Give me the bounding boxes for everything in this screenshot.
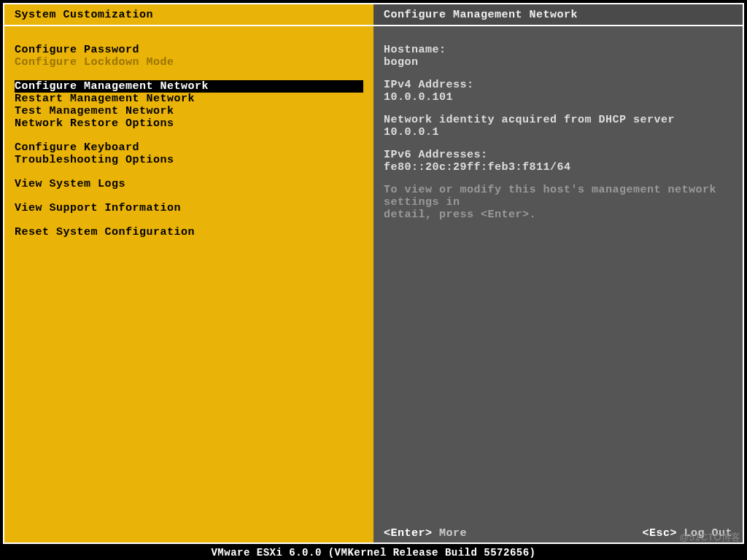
dhcp-message: Network identity acquired from DHCP serv… bbox=[384, 114, 732, 139]
details-panel: Hostname: bogon IPv4 Address: 10.0.0.101… bbox=[374, 26, 743, 525]
left-panel-header: System Customization bbox=[4, 4, 374, 26]
menu-configure-management-network[interactable]: Configure Management Network bbox=[15, 80, 363, 93]
enter-action: More bbox=[433, 527, 468, 540]
menu-network-restore-options[interactable]: Network Restore Options bbox=[15, 117, 363, 130]
esc-key-label: <Esc> bbox=[642, 527, 677, 540]
ipv6-label: IPv6 Addresses: bbox=[384, 149, 732, 161]
hint-line-1: To view or modify this host's management… bbox=[384, 184, 732, 209]
hint-line-2: detail, press <Enter>. bbox=[384, 209, 732, 221]
right-panel-header: Configure Management Network bbox=[374, 4, 743, 26]
footer-left bbox=[4, 525, 374, 542]
menu-configure-lockdown-mode: Configure Lockdown Mode bbox=[15, 56, 363, 69]
ipv6-value: fe80::20c:29ff:feb3:f811/64 bbox=[384, 161, 732, 174]
watermark: @51CTO博客 bbox=[679, 531, 741, 544]
enter-hint[interactable]: <Enter> More bbox=[384, 525, 467, 542]
menu-restart-management-network[interactable]: Restart Management Network bbox=[15, 93, 363, 105]
menu-view-support-information[interactable]: View Support Information bbox=[15, 202, 363, 214]
menu-troubleshooting-options[interactable]: Troubleshooting Options bbox=[15, 154, 363, 166]
ipv4-value: 10.0.0.101 bbox=[384, 91, 732, 104]
menu-configure-keyboard[interactable]: Configure Keyboard bbox=[15, 141, 363, 154]
menu-test-management-network[interactable]: Test Management Network bbox=[15, 105, 363, 117]
status-bar: VMware ESXi 6.0.0 (VMKernel Release Buil… bbox=[0, 545, 747, 560]
hostname-label: Hostname: bbox=[384, 44, 732, 56]
enter-key-label: <Enter> bbox=[384, 527, 433, 540]
menu-panel: Configure Password Configure Lockdown Mo… bbox=[4, 26, 374, 525]
menu-view-system-logs[interactable]: View System Logs bbox=[15, 178, 363, 190]
menu-reset-system-configuration[interactable]: Reset System Configuration bbox=[15, 226, 363, 238]
hostname-value: bogon bbox=[384, 56, 732, 69]
ipv4-label: IPv4 Address: bbox=[384, 79, 732, 91]
menu-configure-password[interactable]: Configure Password bbox=[15, 44, 363, 56]
